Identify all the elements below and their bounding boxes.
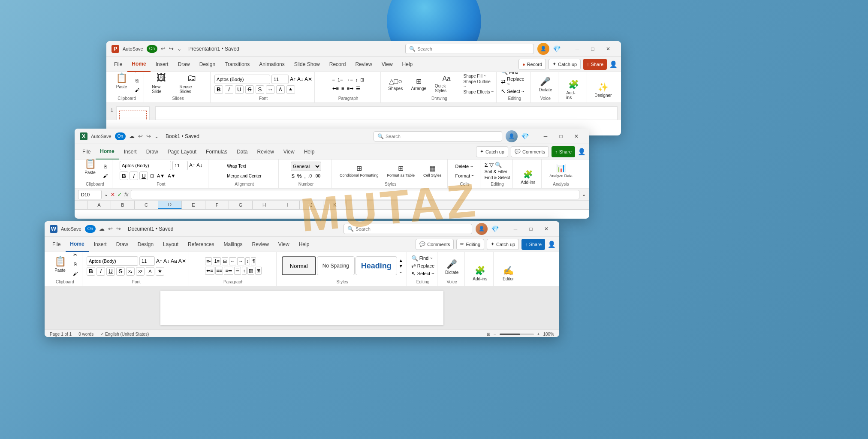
- word-tab-layout[interactable]: Layout: [159, 237, 183, 252]
- excel-align-left-btn[interactable]: ⬅: [225, 159, 230, 160]
- ppt-shape-effects-btn[interactable]: Shape Effects ~: [464, 90, 494, 94]
- word-styles-scroll-up-icon[interactable]: ▲: [399, 258, 403, 263]
- excel-font-size-selector[interactable]: [172, 161, 188, 170]
- word-replace-btn[interactable]: Replace: [417, 263, 434, 268]
- ppt-search-input[interactable]: [417, 46, 530, 51]
- word-search-input[interactable]: [356, 226, 468, 232]
- word-tab-design[interactable]: Design: [133, 237, 158, 252]
- excel-sort-filter-label[interactable]: Sort & Filter: [485, 169, 507, 174]
- excel-dollar-btn[interactable]: $: [291, 172, 295, 180]
- excel-increase-font-icon[interactable]: A↑: [189, 162, 195, 168]
- word-close-btn[interactable]: ✕: [539, 221, 554, 237]
- excel-tab-review[interactable]: Review: [253, 144, 278, 159]
- ppt-align-left-btn[interactable]: ⬅≡: [332, 85, 340, 92]
- word-tab-help[interactable]: Help: [295, 237, 314, 252]
- excel-tab-home[interactable]: Home: [96, 144, 118, 159]
- ppt-customize-icon[interactable]: ⌄: [177, 46, 181, 52]
- word-tab-references[interactable]: References: [184, 237, 218, 252]
- excel-tab-draw[interactable]: Draw: [142, 144, 163, 159]
- word-font-color-btn[interactable]: A: [146, 267, 154, 276]
- word-strikethrough-btn[interactable]: S: [116, 267, 125, 276]
- ppt-tab-help[interactable]: Help: [398, 57, 417, 72]
- word-paste-btn[interactable]: 📋 Paste: [51, 253, 69, 275]
- excel-tab-help[interactable]: Help: [300, 144, 319, 159]
- excel-underline-btn[interactable]: U: [139, 171, 148, 180]
- excel-customize-icon[interactable]: ⌄: [154, 133, 159, 139]
- ppt-bold-btn[interactable]: B: [214, 85, 223, 94]
- ppt-undo-icon[interactable]: ↩: [161, 45, 166, 52]
- ppt-designer-btn[interactable]: ✨ Designer: [591, 78, 615, 101]
- word-bullets-btn[interactable]: ≡•: [205, 257, 212, 265]
- word-autosave-toggle[interactable]: On: [85, 225, 96, 233]
- ppt-font-selector[interactable]: [214, 75, 270, 84]
- excel-font-color-btn[interactable]: A▼: [167, 172, 176, 179]
- ppt-copy-btn[interactable]: ⎘: [133, 76, 142, 85]
- word-styles-scroll-down-icon[interactable]: ▼: [399, 264, 403, 268]
- excel-align-center-btn[interactable]: ≡: [231, 159, 235, 160]
- word-zoom-out-icon[interactable]: −: [494, 332, 496, 337]
- excel-col-A[interactable]: A: [87, 201, 111, 209]
- excel-delete-btn[interactable]: Delete ~: [452, 162, 477, 171]
- word-format-painter-btn[interactable]: 🖌: [71, 269, 79, 278]
- word-align-left-btn[interactable]: ⬅≡: [205, 267, 214, 275]
- ppt-quick-styles-btn[interactable]: Aa Quick Styles: [431, 75, 462, 93]
- word-align-center-btn[interactable]: ≡≡: [215, 267, 223, 275]
- word-zoom-slider[interactable]: [500, 334, 534, 335]
- word-sort-btn[interactable]: ↕: [245, 257, 250, 265]
- word-bold-btn[interactable]: B: [87, 267, 95, 276]
- excel-redo-icon[interactable]: ↪: [146, 133, 151, 139]
- excel-close-btn[interactable]: ✕: [569, 129, 584, 144]
- excel-col-F[interactable]: F: [205, 201, 229, 209]
- ppt-underline-btn[interactable]: U: [235, 85, 244, 94]
- word-tab-file[interactable]: File: [48, 237, 65, 252]
- excel-paste-btn[interactable]: 📋 Paste: [81, 159, 99, 176]
- excel-percent-btn[interactable]: %: [296, 172, 303, 180]
- excel-number-format-select[interactable]: General: [291, 162, 321, 171]
- ppt-align-right-btn[interactable]: ≡➡: [346, 85, 354, 92]
- excel-gem-icon[interactable]: 💎: [521, 132, 529, 140]
- excel-format-table-btn[interactable]: ⊞ Format as Table: [384, 161, 418, 180]
- ppt-tab-view[interactable]: View: [377, 57, 397, 72]
- ppt-clear-format-icon[interactable]: A✕: [304, 76, 312, 82]
- word-addins-btn[interactable]: 🧩 Add-ins: [469, 262, 491, 284]
- excel-minimize-btn[interactable]: ─: [538, 129, 553, 144]
- ppt-reuse-slides-btn[interactable]: 🗂 Reuse Slides: [176, 72, 208, 94]
- word-editor-btn[interactable]: ✍ Editor: [499, 262, 518, 284]
- word-person-icon[interactable]: 👤: [548, 241, 556, 248]
- excel-col-B[interactable]: B: [111, 201, 135, 209]
- excel-comma-btn[interactable]: ,: [303, 172, 306, 180]
- excel-share-btn[interactable]: ↑ Share: [552, 146, 575, 157]
- word-tab-mailings[interactable]: Mailings: [219, 237, 247, 252]
- word-undo-icon[interactable]: ↩: [108, 226, 113, 232]
- ppt-strikethrough-btn[interactable]: S: [245, 85, 254, 94]
- excel-undo-icon[interactable]: ↩: [138, 133, 143, 139]
- ppt-catchup-btn[interactable]: ✦ Catch up: [549, 59, 581, 70]
- word-minimize-btn[interactable]: ─: [508, 221, 523, 237]
- excel-bold-btn[interactable]: B: [120, 171, 128, 180]
- excel-decrease-indent-btn[interactable]: ←: [243, 159, 250, 160]
- word-tab-insert[interactable]: Insert: [90, 237, 111, 252]
- excel-merge-center-btn[interactable]: Merge and Center: [225, 171, 264, 180]
- word-align-right-btn[interactable]: ≡➡: [224, 267, 233, 275]
- excel-tab-pagelayout[interactable]: Page Layout: [163, 144, 201, 159]
- word-zoom-in-icon[interactable]: +: [537, 332, 540, 337]
- ppt-tab-transitions[interactable]: Transitions: [220, 57, 254, 72]
- word-select-btn[interactable]: Select ~: [417, 271, 434, 276]
- ppt-tab-home[interactable]: Home: [127, 57, 150, 72]
- ppt-gem-icon[interactable]: 💎: [553, 45, 561, 53]
- word-show-marks-btn[interactable]: ¶: [251, 257, 256, 265]
- word-tab-view[interactable]: View: [274, 237, 294, 252]
- excel-border-btn[interactable]: ⊞: [149, 172, 155, 180]
- excel-fill-color-btn[interactable]: A▼: [156, 172, 166, 179]
- excel-col-I[interactable]: I: [276, 201, 300, 209]
- excel-analyze-data-btn[interactable]: 📊 Analyze Data: [546, 161, 576, 180]
- excel-tab-data[interactable]: Data: [232, 144, 252, 159]
- ppt-columns-btn[interactable]: ⊞: [359, 76, 365, 84]
- word-tab-home[interactable]: Home: [66, 237, 88, 252]
- word-increase-font-icon[interactable]: A↑: [156, 258, 162, 264]
- word-tab-review[interactable]: Review: [248, 237, 273, 252]
- ppt-numbered-btn[interactable]: 1≡: [337, 76, 344, 84]
- excel-search-bar[interactable]: 🔍: [374, 131, 502, 141]
- ppt-select-btn[interactable]: Select ~: [507, 89, 524, 94]
- ppt-person-icon[interactable]: 👤: [609, 60, 618, 68]
